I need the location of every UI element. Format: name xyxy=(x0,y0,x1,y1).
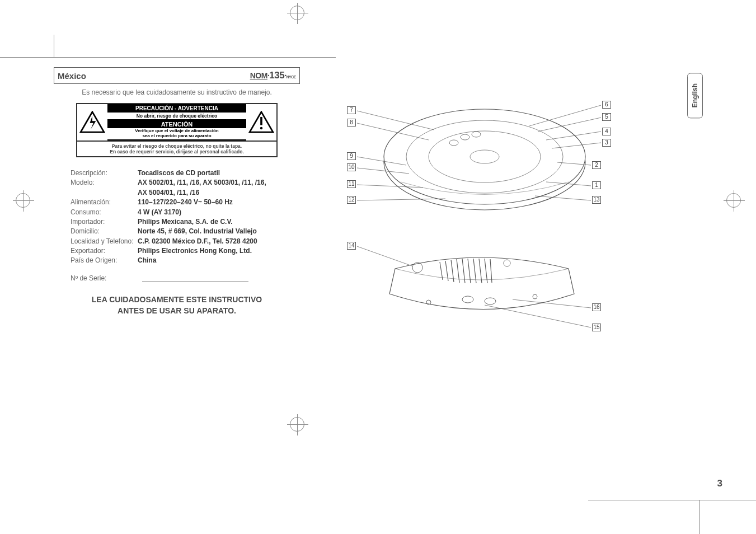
svg-line-17 xyxy=(357,199,445,200)
cd-player-side-diagram: 14 16 15 xyxy=(345,235,613,347)
spec-value: Tocadiscos de CD portatil xyxy=(138,168,220,178)
spec-label: Localidad y Telefono: xyxy=(71,237,138,246)
spec-value: China xyxy=(138,256,156,265)
warning-sub: No abrir, riesgo de choque eléctrico xyxy=(107,113,246,119)
serial-label: Nº de Serie: xyxy=(71,274,138,283)
svg-line-43 xyxy=(485,305,591,327)
crop-line xyxy=(588,500,756,500)
spec-value: AX 5002/01, /11, /16, AX 5003/01, /11, /… xyxy=(138,178,266,188)
callout-4: 4 xyxy=(602,128,611,135)
registration-mark xyxy=(726,193,741,208)
callout-6: 6 xyxy=(602,101,611,109)
warning-title: PRECAUCIÓN - ADVERTENCIA xyxy=(107,105,246,111)
nom-mark: NOM·135·NYCE xyxy=(250,70,296,81)
spec-label: Descripción: xyxy=(71,168,138,178)
registration-mark xyxy=(16,193,30,208)
callout-10: 10 xyxy=(347,163,356,171)
spec-value: C.P. 02300 México D.F., Tel. 5728 4200 xyxy=(138,237,257,246)
callout-8: 8 xyxy=(347,119,356,127)
closing-text: LEA CUIDADOSAMENTE ESTE INSTRUCTIVOANTES… xyxy=(54,294,300,316)
spec-label: Domicilio: xyxy=(71,227,138,236)
spec-value: 4 W (AY 3170) xyxy=(138,208,181,217)
mexico-label: México xyxy=(58,71,86,81)
spec-label: Exportador: xyxy=(71,246,138,256)
spec-label: Modelo: xyxy=(71,178,138,188)
mexico-header: México NOM·135·NYCE xyxy=(54,67,300,84)
svg-line-24 xyxy=(535,196,591,200)
callout-2: 2 xyxy=(592,161,601,169)
registration-mark xyxy=(290,6,304,20)
callout-9: 9 xyxy=(347,152,356,160)
svg-point-5 xyxy=(384,109,585,204)
spec-value: Philips Mexicana, S.A. de C.V. xyxy=(138,217,233,227)
warning-attention: ATENCIÓN xyxy=(107,120,246,128)
page-number: 3 xyxy=(717,478,722,489)
callout-11: 11 xyxy=(347,180,356,188)
warning-bottom: Para evitar el riesgo de choque eléctric… xyxy=(76,142,278,157)
shock-triangle-icon xyxy=(77,104,107,140)
crop-line xyxy=(699,500,700,534)
spec-value: 110–127/220–240 V~ 50–60 Hz xyxy=(138,198,233,207)
callout-14: 14 xyxy=(347,242,356,250)
intro-text: Es necesario que lea cuidadosamente su i… xyxy=(54,88,300,96)
warning-box: PRECAUCIÓN - ADVERTENCIA No abrir, riesg… xyxy=(76,103,278,157)
cd-player-top-diagram: 7 8 9 10 11 12 6 5 4 3 2 1 13 xyxy=(345,90,613,218)
crop-line xyxy=(54,35,54,57)
callout-15: 15 xyxy=(592,324,601,331)
svg-line-41 xyxy=(357,246,412,266)
svg-rect-2 xyxy=(260,117,262,125)
spec-label: País de Origen: xyxy=(71,256,138,265)
serial-blank-line xyxy=(142,273,248,282)
svg-line-18 xyxy=(529,105,601,126)
spec-label: Importador: xyxy=(71,217,138,227)
spec-value: Norte 45, # 669, Col. Industrial Vallejo xyxy=(138,227,257,236)
callout-12: 12 xyxy=(347,196,356,204)
spec-label: Alimentación: xyxy=(71,198,138,207)
callout-1: 1 xyxy=(592,181,601,189)
callout-13: 13 xyxy=(592,196,601,204)
warning-verify: Verifique que el voltaje de alimentación… xyxy=(107,128,246,139)
callout-7: 7 xyxy=(347,106,356,114)
exclamation-triangle-icon xyxy=(246,104,276,140)
spec-label: Consumo: xyxy=(71,208,138,217)
spec-table: Descripción:Tocadiscos de CD portatil Mo… xyxy=(71,168,300,283)
callout-16: 16 xyxy=(592,303,601,311)
spec-value: Philips Electronics Hong Kong, Ltd. xyxy=(138,246,252,256)
spec-value: AX 5004/01, /11, /16 xyxy=(138,188,199,198)
callout-3: 3 xyxy=(602,139,611,147)
language-tab-english: English xyxy=(687,73,703,118)
spec-label xyxy=(71,188,138,198)
callout-5: 5 xyxy=(602,113,611,121)
svg-point-3 xyxy=(260,127,263,130)
crop-line xyxy=(0,57,336,58)
